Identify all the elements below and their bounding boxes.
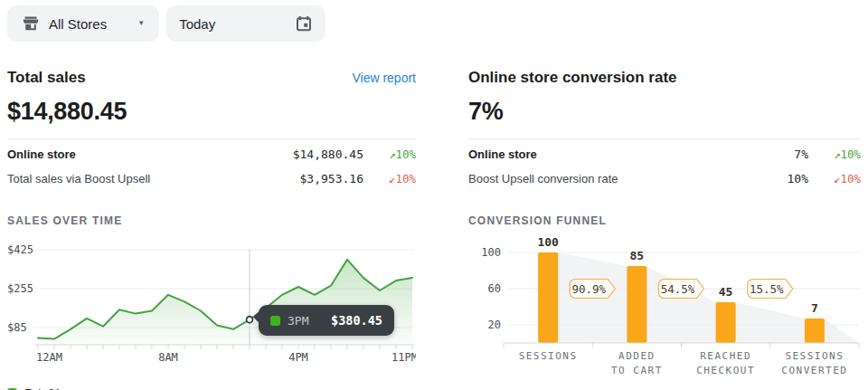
category-label: CHECKOUT (696, 365, 755, 376)
metric-label: Total sales via Boost Upsell (7, 172, 300, 185)
line-chart-svg: $425$255$8512AM8AM4PM11PM (7, 234, 416, 370)
conversion-funnel-chart[interactable]: 100602090.9%54.5%15.5%10085457SESSIONSAD… (468, 234, 861, 385)
metric-delta-badge: ↙10% (363, 172, 416, 185)
conversion-percent-label: 54.5% (661, 282, 695, 296)
metric-label: Online store (468, 147, 794, 161)
x-axis: SESSIONSADDEDTO CARTREACHEDCHECKOUTSESSI… (504, 343, 859, 376)
funnel-bar[interactable] (538, 252, 558, 343)
y-axis-label: $425 (7, 243, 33, 256)
tooltip-value: $380.45 (331, 313, 382, 328)
conversion-percent-label: 90.9% (571, 282, 606, 296)
conversion-percent-label: 15.5% (750, 282, 784, 296)
bar-value-label: 45 (719, 285, 733, 299)
y-axis-label: $255 (7, 282, 33, 295)
x-axis-label: 12AM (36, 351, 62, 364)
total-sales-value: $14,880.45 (7, 98, 416, 126)
total-sales-panel: Total sales View report $14,880.45 Onlin… (7, 69, 416, 390)
metric-value: $14,880.45 (293, 147, 363, 161)
funnel-bar[interactable] (805, 319, 825, 343)
metric-row-online-store-rate: Online store 7% ↗10% (468, 142, 861, 166)
calendar-icon (295, 14, 313, 33)
store-icon (22, 14, 40, 33)
store-selector-button[interactable]: All Stores ▼ (7, 5, 159, 42)
bar-value-label: 7 (811, 301, 818, 315)
metric-delta-badge: ↙10% (808, 172, 861, 185)
tooltip-series-swatch (270, 316, 280, 326)
y-axis-label: 20 (488, 319, 501, 331)
chart-tooltip: 3PM $380.45 (259, 305, 394, 336)
chevron-down-icon: ▼ (137, 20, 145, 27)
metric-value: 10% (788, 172, 808, 185)
tooltip-time: 3PM (288, 314, 308, 328)
category-label: CONVERTED (781, 365, 847, 376)
hover-marker (247, 317, 253, 323)
y-axis-label: 100 (481, 246, 501, 259)
divider (7, 138, 416, 139)
category-label: SESSIONS (785, 350, 844, 362)
funnel-chart-svg: 100602090.9%54.5%15.5%10085457SESSIONSAD… (468, 234, 861, 381)
store-selector-label: All Stores (49, 16, 107, 32)
topbar: All Stores ▼ Today (0, 0, 868, 42)
sales-line-chart[interactable]: $425$255$8512AM8AM4PM11PM 3PM $380.45 (7, 234, 416, 374)
metric-value: 7% (794, 147, 808, 161)
y-axis-label: $85 (7, 321, 27, 334)
metric-row-boost-upsell: Total sales via Boost Upsell $3,953.16 ↙… (7, 166, 416, 191)
category-label: REACHED (700, 350, 751, 362)
metric-delta-badge: ↗10% (363, 147, 416, 161)
total-sales-title: Total sales (7, 69, 86, 87)
legend-label: Feb 21 (24, 386, 61, 390)
x-axis: 12AM8AM4PM11PM (35, 345, 416, 364)
bar-value-label: 85 (630, 249, 645, 262)
x-axis-label: 4PM (288, 351, 308, 364)
conversion-title: Online store conversion rate (468, 69, 677, 87)
metric-delta-badge: ↗10% (808, 147, 861, 161)
x-axis-label: 11PM (392, 351, 416, 364)
metric-row-online-store: Online store $14,880.45 ↗10% (7, 142, 416, 166)
category-label: SESSIONS (519, 350, 578, 362)
sales-legend: Feb 21 (7, 386, 416, 390)
conversion-value: 7% (468, 98, 861, 126)
metric-row-boost-rate: Boost Upsell conversion rate 10% ↙10% (468, 166, 861, 191)
metric-value: $3,953.16 (300, 172, 363, 185)
category-label: TO CART (611, 365, 663, 376)
divider (468, 138, 861, 139)
funnel-bar[interactable] (627, 266, 646, 343)
dashboard-panels: Total sales View report $14,880.45 Onlin… (0, 69, 868, 390)
bar-value-label: 100 (537, 235, 559, 249)
metric-label: Boost Upsell conversion rate (468, 172, 788, 185)
date-selector-button[interactable]: Today (166, 5, 326, 42)
metric-label: Online store (7, 147, 293, 161)
conversion-rate-panel: Online store conversion rate 7% Online s… (468, 69, 861, 390)
sales-over-time-heading: SALES OVER TIME (7, 214, 416, 227)
date-selector-label: Today (179, 16, 215, 32)
conversion-funnel-heading: CONVERSION FUNNEL (468, 214, 861, 227)
funnel-bar[interactable] (716, 302, 736, 343)
view-report-link[interactable]: View report (352, 71, 416, 85)
x-axis-label: 8AM (158, 351, 178, 364)
y-axis-label: 60 (488, 282, 501, 295)
category-label: ADDED (618, 350, 656, 362)
